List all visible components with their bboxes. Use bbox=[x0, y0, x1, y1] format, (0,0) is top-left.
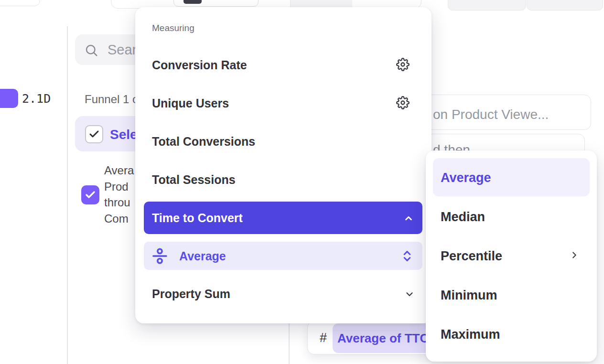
search-icon bbox=[84, 43, 98, 57]
top-right-tab-2[interactable] bbox=[527, 0, 603, 11]
submenu-item-label: Minimum bbox=[441, 288, 497, 303]
measurement-value-card: # Average of TTC bbox=[307, 321, 440, 354]
app-canvas: 2.1D Funnel 1 of Selec Avera Prod throu … bbox=[0, 0, 604, 364]
menu-item-label: Conversion Rate bbox=[152, 58, 247, 72]
submenu-item-label: Average bbox=[441, 171, 491, 185]
gear-icon[interactable] bbox=[396, 96, 410, 109]
menu-item-label: Time to Convert bbox=[152, 211, 243, 225]
menu-item-label: Property Sum bbox=[152, 287, 230, 301]
measuring-menu-header: Measuring bbox=[152, 23, 194, 33]
number-type-prefix: # bbox=[320, 331, 327, 345]
menu-item-total-sessions[interactable]: Total Sessions bbox=[135, 173, 431, 202]
submenu-item-maximum[interactable]: Maximum bbox=[426, 327, 597, 349]
submenu-item-median[interactable]: Median bbox=[426, 210, 597, 232]
metric-checkbox-checked[interactable] bbox=[81, 185, 99, 204]
funnel-counter-label: Funnel 1 of bbox=[85, 93, 142, 106]
submenu-item-percentile[interactable]: Percentile bbox=[426, 249, 597, 271]
gear-icon[interactable] bbox=[396, 58, 410, 71]
menu-item-time-to-convert-selected[interactable]: Time to Convert bbox=[144, 202, 422, 234]
left-column-divider bbox=[67, 26, 68, 364]
submenu-item-average-selected[interactable]: Average bbox=[433, 158, 590, 196]
metric-description-line: throu bbox=[104, 194, 134, 211]
metric-description-line: Avera bbox=[104, 162, 134, 179]
toolbar-active-segment[interactable] bbox=[183, 0, 202, 4]
submenu-item-minimum[interactable]: Minimum bbox=[426, 288, 597, 310]
divide-average-icon bbox=[151, 247, 170, 265]
measuring-dropdown-menu: Measuring Conversion Rate Unique Users T… bbox=[135, 7, 431, 323]
metric-description-line: Com bbox=[104, 211, 134, 227]
menu-item-label: Total Sessions bbox=[152, 173, 236, 187]
funnel-step-event-label: on Product Viewe... bbox=[433, 107, 549, 122]
checkmark-icon bbox=[88, 128, 100, 140]
metric-chip-label: 2.1D bbox=[22, 92, 51, 106]
series-color-swatch bbox=[0, 89, 18, 108]
submenu-item-label: Median bbox=[441, 210, 485, 225]
metric-description-line: Prod bbox=[104, 179, 134, 195]
menu-item-label: Unique Users bbox=[152, 96, 229, 110]
submenu-item-label: Percentile bbox=[441, 249, 502, 264]
menu-item-conversion-rate[interactable]: Conversion Rate bbox=[135, 58, 431, 87]
chevron-down-icon bbox=[404, 289, 415, 300]
chevron-right-icon bbox=[569, 250, 580, 260]
submenu-item-label: Maximum bbox=[441, 327, 500, 342]
menu-subitem-average[interactable]: Average bbox=[144, 242, 422, 270]
menu-item-property-sum[interactable]: Property Sum bbox=[135, 284, 431, 308]
chevron-up-icon bbox=[403, 213, 414, 224]
average-of-ttc-label: Average of TTC bbox=[337, 331, 429, 346]
top-right-tab-1[interactable] bbox=[448, 0, 526, 11]
up-down-chevrons-icon bbox=[402, 249, 412, 263]
metric-description-text: Avera Prod throu Com bbox=[104, 162, 134, 226]
checkmark-icon bbox=[85, 189, 96, 201]
toolbar-gray-segment bbox=[290, 0, 352, 8]
aggregation-dropdown-menu: Average Median Percentile Minimum Maximu… bbox=[426, 150, 597, 362]
menu-item-total-conversions[interactable]: Total Conversions bbox=[135, 135, 431, 163]
step-checkbox-checked[interactable] bbox=[85, 125, 103, 143]
menu-item-unique-users[interactable]: Unique Users bbox=[135, 96, 431, 125]
menu-item-label: Total Conversions bbox=[152, 135, 255, 149]
top-left-card-fragment bbox=[0, 0, 40, 6]
average-of-ttc-button[interactable]: Average of TTC bbox=[333, 323, 439, 353]
menu-subitem-label: Average bbox=[179, 249, 226, 263]
